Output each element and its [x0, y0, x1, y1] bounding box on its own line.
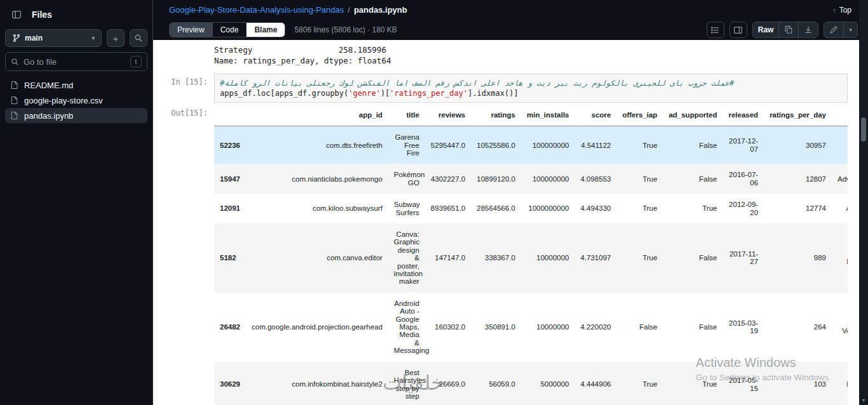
table-row: 26482 com.google.android.projection.gear…	[214, 293, 848, 362]
file-tree-item[interactable]: pandas.ipynb	[5, 108, 147, 123]
search-repo-button[interactable]	[130, 29, 147, 47]
collapse-file-tree-button[interactable]	[8, 6, 25, 23]
pencil-icon	[829, 25, 838, 34]
file-tree: README.md google-play-store.csv pandas.i…	[5, 77, 147, 123]
column-header: offers_iap	[616, 104, 663, 126]
table-header-row: app_idtitlereviewsratingsmin_installssco…	[214, 104, 848, 126]
sidebar-controls: main ▾ +	[5, 29, 147, 47]
cell-score: 4.731097	[574, 223, 616, 293]
copy-raw-button[interactable]	[778, 22, 798, 37]
cell-app-id: com.kiloo.subwaysurf	[246, 194, 388, 223]
cell-score: 4.541122	[574, 126, 616, 164]
column-header: score	[574, 104, 616, 126]
view-tabs: Preview Code Blame	[169, 22, 285, 37]
cell-ratings: 56059.0	[471, 362, 521, 405]
cell-ratings-per-day: 989	[764, 223, 832, 293]
file-view-tab[interactable]: Preview	[170, 23, 212, 37]
cell-min-installs: 100000000	[521, 126, 574, 164]
back-to-top-label: Top	[839, 6, 851, 15]
symbols-panel-button[interactable]	[707, 22, 724, 38]
cell-reviews: 26669.0	[425, 362, 471, 405]
go-to-file-input[interactable]: Go to file t	[5, 52, 147, 71]
cell-score: 4.444906	[574, 362, 616, 405]
cell-title: Best Hairstyles step by step	[388, 362, 425, 405]
raw-button[interactable]: Raw	[753, 22, 779, 37]
cell-app-id: com.nianticlabs.pokemongo	[246, 164, 388, 194]
table-row: 15947 com.nianticlabs.pokemongo Pokémon …	[214, 164, 848, 194]
cell-genre: Arcade	[832, 194, 848, 223]
cell-ratings: 28564566.0	[471, 194, 521, 223]
column-header: genre	[832, 104, 848, 126]
row-index: 15947	[214, 164, 246, 194]
file-icon	[10, 96, 19, 105]
branch-selector[interactable]: main ▾	[5, 29, 102, 47]
stdout-output: Strategy 258.185996 Name: ratings_per_da…	[214, 45, 848, 67]
sidebar-header: Files	[5, 5, 147, 24]
page-scrollbar[interactable]: ▼	[859, 0, 868, 405]
cell-reviews: 5295447.0	[425, 126, 471, 164]
row-index: 12091	[214, 194, 246, 223]
row-index: 52236	[214, 126, 246, 164]
cell-ad-supported: True	[663, 194, 722, 223]
column-header: app_id	[246, 104, 388, 126]
notebook-preview: Strategy 258.185996 Name: ratings_per_da…	[153, 40, 868, 405]
cell-title: Android Auto - Google Maps, Media & Mess…	[388, 293, 425, 362]
cell-reviews: 147147.0	[425, 223, 471, 293]
scrollbar-down-button[interactable]: ▼	[859, 396, 868, 404]
output-cell-row: Out[15]: app_idtitlereviewsratingsmin_in…	[153, 103, 848, 405]
layout-panel-button[interactable]	[729, 22, 747, 38]
file-name: README.md	[24, 81, 73, 90]
file-view-tab[interactable]: Blame	[246, 23, 285, 37]
file-tree-item[interactable]: google-play-store.csv	[5, 93, 147, 108]
download-raw-button[interactable]	[798, 22, 818, 37]
file-tree-item[interactable]: README.md	[5, 77, 147, 93]
back-to-top-link[interactable]: ↑ Top	[832, 6, 851, 15]
code-cell-row: In [15]: #عملت جروب باى للجينرى بالكولوم…	[153, 72, 848, 103]
table-row: 12091 com.kiloo.subwaysurf Subway Surfer…	[214, 194, 848, 223]
shortcut-key-badge: t	[130, 56, 142, 67]
arrow-up-icon: ↑	[832, 6, 836, 14]
cell-ad-supported: False	[663, 164, 722, 194]
cell-released: 2016-07-06	[722, 164, 764, 194]
file-tree-sidebar: Files main ▾ + Go to file t	[0, 0, 153, 405]
cell-ratings-per-day: 12807	[764, 164, 832, 194]
cell-reviews: 4302227.0	[425, 164, 471, 194]
table-row: 5182 com.canva.editor Canva: Graphic des…	[214, 223, 848, 293]
cell-min-installs: 5000000	[521, 362, 574, 405]
cell-ad-supported: False	[663, 126, 722, 164]
cell-ratings-per-day: 12774	[764, 194, 832, 223]
cell-ratings: 10899120.0	[471, 164, 521, 194]
code-comment: #عملت جروب باى للجينرى بالكولوم ريت بير …	[220, 79, 734, 88]
side-panel-icon	[11, 10, 22, 20]
cell-genre: Auto & Vehicles	[832, 293, 848, 362]
row-index: 30629	[214, 362, 246, 405]
edit-file-button[interactable]	[824, 22, 843, 37]
row-index: 5182	[214, 223, 246, 293]
cell-offers-iap: True	[616, 164, 663, 194]
cell-ratings: 338367.0	[471, 223, 521, 293]
add-file-button[interactable]: +	[107, 29, 125, 47]
cell-min-installs: 100000000	[521, 164, 574, 194]
cell-app-id: com.canva.editor	[246, 223, 388, 293]
cell-offers-iap: False	[616, 293, 663, 362]
cell-released: 2017-11-27	[722, 223, 764, 293]
copy-icon	[784, 25, 793, 34]
column-header: ad_supported	[663, 104, 722, 126]
cell-min-installs: 10000000	[521, 293, 574, 362]
search-icon	[11, 58, 19, 66]
git-branch-icon	[12, 34, 21, 43]
scrollbar-thumb[interactable]	[861, 117, 866, 142]
in-prompt: In [15]:	[153, 72, 214, 86]
dataframe-table: app_idtitlereviewsratingsmin_installssco…	[214, 104, 848, 405]
file-view-tab[interactable]: Code	[212, 23, 247, 37]
cell-app-id: com.google.android.projection.gearhead	[246, 293, 388, 362]
cell-genre: Action	[832, 126, 848, 164]
dataframe-output: app_idtitlereviewsratingsmin_installssco…	[214, 103, 848, 405]
file-icon	[10, 81, 19, 90]
file-view-main: Google-Play-Store-Data-Analysis-using-Pa…	[153, 0, 868, 405]
breadcrumb-file-name: pandas.ipynb	[354, 5, 407, 15]
edit-options-button[interactable]: ▾	[843, 22, 857, 37]
cell-ad-supported: False	[663, 223, 722, 293]
cell-released: 2012-09-20	[722, 194, 764, 223]
breadcrumb-repo-link[interactable]: Google-Play-Store-Data-Analysis-using-Pa…	[169, 5, 344, 15]
